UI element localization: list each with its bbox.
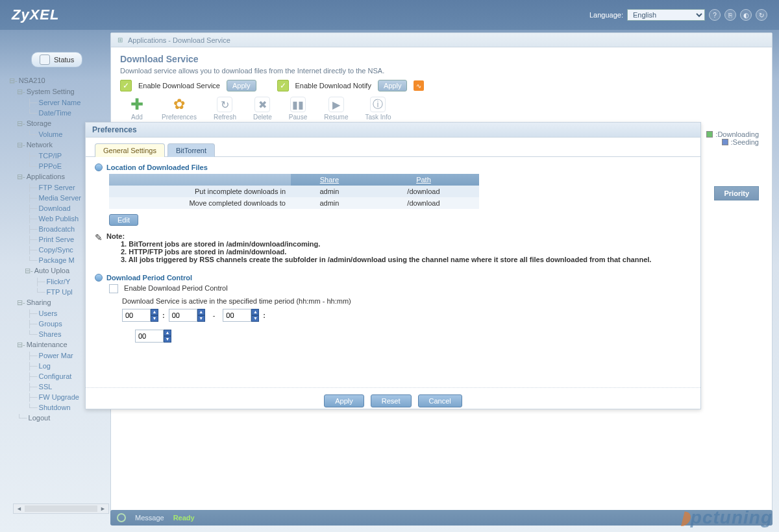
time-end-hh[interactable]: ▲▼ bbox=[223, 309, 259, 322]
logout-icon[interactable]: ↻ bbox=[756, 9, 767, 21]
time-start-mm[interactable]: ▲▼ bbox=[169, 309, 205, 322]
time-range-row: ▲▼:▲▼-▲▼: bbox=[122, 309, 691, 326]
rss-icon[interactable]: ∿ bbox=[414, 80, 424, 91]
page-intro: Download service allows you to download … bbox=[111, 67, 772, 80]
spinner-up-icon[interactable]: ▲ bbox=[251, 309, 259, 315]
toolbar-task-info[interactable]: ⓘTask Info bbox=[365, 97, 391, 121]
spinner-down-icon[interactable]: ▼ bbox=[197, 315, 205, 322]
tree-group-system-setting[interactable]: System Setting bbox=[9, 86, 109, 97]
tree-group-logout[interactable]: Logout bbox=[9, 413, 109, 423]
spinner-down-icon[interactable]: ▼ bbox=[251, 315, 259, 322]
page-title: Download Service bbox=[111, 47, 772, 67]
tab-bittorrent[interactable]: BitTorrent bbox=[167, 143, 215, 157]
globe-icon bbox=[95, 274, 103, 282]
seeding-swatch bbox=[722, 139, 728, 145]
toolbar: ✚Add✿Preferences↻Refresh✖Delete▮▮Pause▶R… bbox=[111, 97, 772, 121]
enable-row: ✓ Enable Download Service Apply ✓ Enable… bbox=[111, 80, 772, 97]
about-icon[interactable]: ◐ bbox=[740, 9, 752, 21]
legend: :Downloading :Seeding bbox=[706, 130, 759, 146]
status-indicator-icon bbox=[117, 513, 126, 522]
period-description: Download Service is active in the specif… bbox=[109, 293, 691, 305]
enable-download-label: Enable Download Service bbox=[138, 82, 220, 90]
dialog-footer: Apply Reset Cancel bbox=[86, 388, 700, 414]
time-start-hh[interactable]: ▲▼ bbox=[122, 309, 158, 322]
globe-icon bbox=[95, 163, 103, 171]
toolbar-delete[interactable]: ✖Delete bbox=[253, 97, 272, 121]
copy-icon[interactable]: ⎘ bbox=[724, 9, 736, 21]
note-heading: Note: bbox=[106, 232, 651, 240]
toolbar-add[interactable]: ✚Add bbox=[129, 97, 145, 121]
edit-button[interactable]: Edit bbox=[109, 214, 138, 226]
spinner-up-icon[interactable]: ▲ bbox=[197, 309, 205, 315]
reset-button[interactable]: Reset bbox=[371, 394, 412, 407]
location-table: SharePathPut incomplete downloads inadmi… bbox=[109, 174, 479, 209]
status-bar: Message Ready bbox=[110, 510, 773, 526]
section-period-header: Download Period Control bbox=[95, 272, 691, 284]
apply-download-button[interactable]: Apply bbox=[227, 80, 256, 91]
spinner-up-icon[interactable]: ▲ bbox=[151, 309, 158, 315]
status-message-label: Message bbox=[135, 514, 164, 522]
tab-general-settings[interactable]: General Settings bbox=[95, 143, 165, 157]
language-label: Language: bbox=[589, 11, 623, 19]
dialog-title: Preferences bbox=[86, 123, 700, 138]
preferences-dialog: Preferences General Settings BitTorrent … bbox=[85, 122, 701, 409]
toolbar-refresh[interactable]: ↻Refresh bbox=[214, 97, 236, 121]
section-location-header: Location of Downloaded Files bbox=[95, 162, 691, 174]
horizontal-scrollbar[interactable]: ◄► bbox=[13, 503, 109, 514]
enable-period-checkbox[interactable] bbox=[109, 284, 118, 293]
downloading-swatch bbox=[706, 131, 713, 138]
brand-logo: ZyXEL bbox=[12, 6, 59, 23]
dialog-tabs: General Settings BitTorrent bbox=[86, 138, 700, 157]
status-button[interactable]: Status bbox=[31, 52, 82, 67]
spinner-up-icon[interactable]: ▲ bbox=[164, 330, 171, 336]
enable-notify-label: Enable Download Notify bbox=[295, 82, 371, 90]
status-ready-label: Ready bbox=[173, 514, 195, 522]
tree-item-date-time[interactable]: Date/Time bbox=[9, 108, 109, 118]
priority-column-header[interactable]: Priority bbox=[714, 186, 759, 200]
time-end-mm[interactable]: ▲▼ bbox=[135, 330, 171, 343]
breadcrumb: ⊞ Applications - Download Service bbox=[111, 33, 772, 47]
enable-download-checkbox[interactable]: ✓ bbox=[120, 80, 132, 91]
breadcrumb-icon: ⊞ bbox=[117, 36, 123, 43]
enable-period-label: Enable Download Period Control bbox=[124, 284, 228, 292]
apply-notify-button[interactable]: Apply bbox=[378, 80, 408, 91]
enable-period-row: Enable Download Period Control bbox=[109, 284, 691, 293]
toolbar-preferences[interactable]: ✿Preferences bbox=[162, 97, 197, 121]
enable-notify-checkbox[interactable]: ✓ bbox=[277, 80, 289, 91]
language-select[interactable]: English bbox=[627, 9, 705, 21]
toolbar-pause[interactable]: ▮▮Pause bbox=[289, 97, 307, 121]
app-header: ZyXEL Language: English ? ⎘ ◐ ↻ bbox=[0, 0, 779, 30]
status-icon bbox=[40, 54, 50, 65]
cancel-button[interactable]: Cancel bbox=[418, 394, 462, 407]
spinner-down-icon[interactable]: ▼ bbox=[164, 336, 171, 343]
note-icon: ✎ bbox=[95, 232, 103, 243]
note-list: 1. BitTorrent jobs are stored in /admin/… bbox=[106, 240, 651, 263]
apply-button[interactable]: Apply bbox=[324, 394, 364, 407]
help-icon[interactable]: ? bbox=[709, 9, 721, 21]
tree-item-server-name[interactable]: Server Name bbox=[9, 97, 109, 108]
toolbar-resume[interactable]: ▶Resume bbox=[324, 97, 348, 121]
spinner-down-icon[interactable]: ▼ bbox=[151, 315, 158, 322]
